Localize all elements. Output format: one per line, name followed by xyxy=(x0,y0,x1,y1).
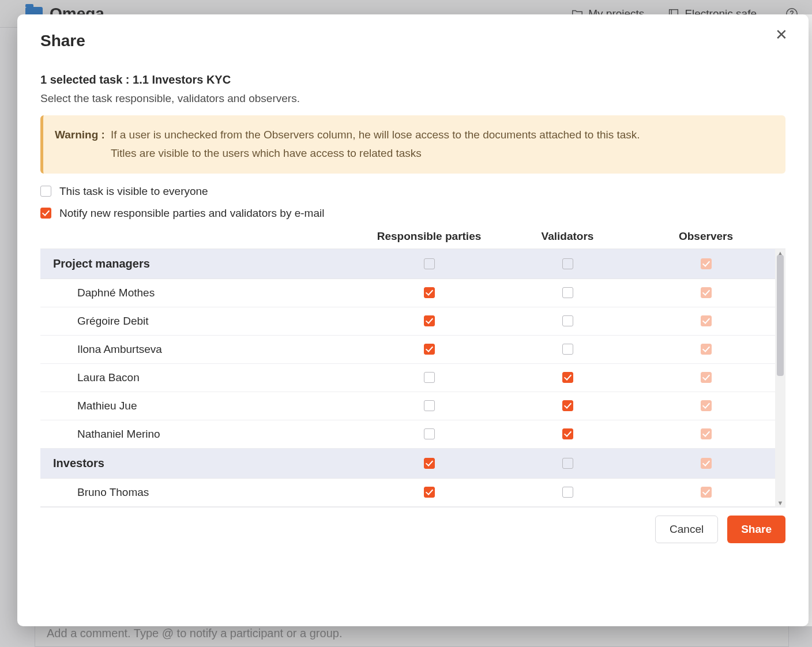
checkbox[interactable] xyxy=(424,344,435,355)
modal-subtitle: Select the task responsible, validators … xyxy=(40,92,785,105)
checkbox[interactable] xyxy=(562,400,573,411)
checkbox[interactable] xyxy=(424,287,435,298)
checkbox[interactable] xyxy=(701,487,712,498)
warning-banner: Warning : If a user is unchecked from th… xyxy=(40,115,785,174)
checkbox[interactable] xyxy=(701,458,712,469)
visible-everyone-checkbox[interactable] xyxy=(40,186,51,197)
warning-line-1: If a user is unchecked from the Observer… xyxy=(111,129,640,141)
checkbox[interactable] xyxy=(562,428,573,439)
column-validators: Validators xyxy=(498,230,637,243)
checkbox[interactable] xyxy=(424,372,435,383)
checkbox[interactable] xyxy=(562,372,573,383)
scrollbar-thumb[interactable] xyxy=(777,255,784,376)
checkbox[interactable] xyxy=(562,287,573,298)
group-row: Project managers xyxy=(40,249,785,279)
column-responsible: Responsible parties xyxy=(360,230,498,243)
group-row: Investors xyxy=(40,449,785,479)
checkbox[interactable] xyxy=(424,487,435,498)
checkbox[interactable] xyxy=(562,458,573,469)
checkbox[interactable] xyxy=(701,372,712,383)
column-observers: Observers xyxy=(637,230,775,243)
checkbox[interactable] xyxy=(562,487,573,498)
user-name: Laura Bacon xyxy=(53,371,360,384)
checkbox[interactable] xyxy=(424,258,435,269)
checkbox[interactable] xyxy=(701,400,712,411)
user-name: Bruno Thomas xyxy=(53,486,360,499)
checkbox[interactable] xyxy=(562,344,573,355)
checkbox[interactable] xyxy=(562,315,573,326)
checkbox[interactable] xyxy=(424,400,435,411)
user-name: Grégoire Debit xyxy=(53,315,360,328)
checkbox[interactable] xyxy=(701,315,712,326)
user-row: Nathaniel Merino xyxy=(40,420,785,449)
user-row: Grégoire Debit xyxy=(40,307,785,336)
table-scrollbar[interactable]: ▲ ▼ xyxy=(775,249,785,507)
notify-email-label: Notify new responsible parties and valid… xyxy=(59,207,324,220)
visible-everyone-label: This task is visible to everyone xyxy=(59,185,208,198)
checkbox[interactable] xyxy=(701,258,712,269)
user-row: Bruno Thomas xyxy=(40,479,785,507)
warning-line-2: Titles are visible to the users which ha… xyxy=(111,147,422,159)
user-name: Ilona Amburtseva xyxy=(53,343,360,356)
close-icon[interactable]: ✕ xyxy=(775,27,788,42)
user-row: Laura Bacon xyxy=(40,364,785,392)
user-name: Nathaniel Merino xyxy=(53,428,360,441)
cancel-button[interactable]: Cancel xyxy=(655,516,718,543)
selected-task-label: 1 selected task : 1.1 Investors KYC xyxy=(40,73,785,86)
user-name: Daphné Mothes xyxy=(53,287,360,299)
group-name: Investors xyxy=(53,457,360,470)
share-button[interactable]: Share xyxy=(727,516,785,543)
user-row: Daphné Mothes xyxy=(40,279,785,307)
user-row: Mathieu Jue xyxy=(40,392,785,420)
checkbox[interactable] xyxy=(424,428,435,439)
checkbox[interactable] xyxy=(424,458,435,469)
checkbox[interactable] xyxy=(701,428,712,439)
warning-label: Warning : xyxy=(55,126,105,163)
share-modal: ✕ Share 1 selected task : 1.1 Investors … xyxy=(17,14,809,626)
checkbox[interactable] xyxy=(701,344,712,355)
user-row: Ilona Amburtseva xyxy=(40,336,785,364)
checkbox[interactable] xyxy=(562,258,573,269)
checkbox[interactable] xyxy=(424,315,435,326)
checkbox[interactable] xyxy=(701,287,712,298)
group-name: Project managers xyxy=(53,257,360,270)
user-name: Mathieu Jue xyxy=(53,400,360,412)
notify-email-checkbox[interactable] xyxy=(40,208,51,219)
modal-title: Share xyxy=(40,32,785,50)
